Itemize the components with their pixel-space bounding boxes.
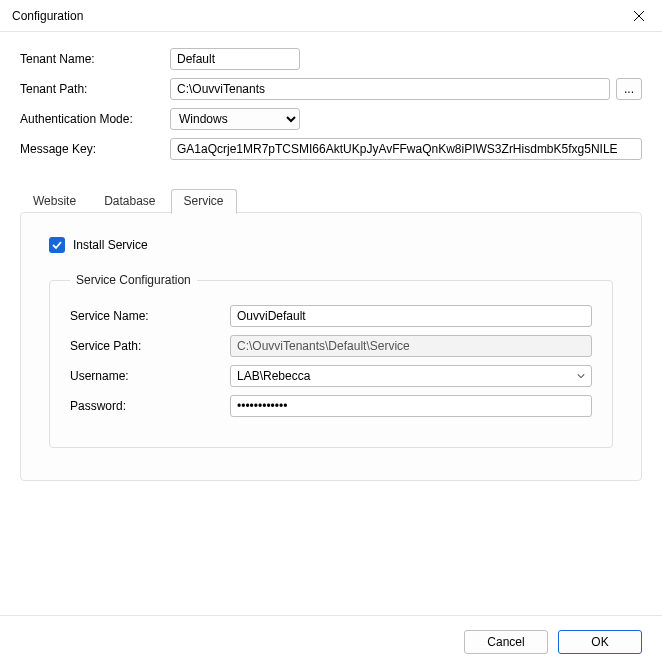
close-icon [634, 11, 644, 21]
tab-service[interactable]: Service [171, 189, 237, 214]
row-tenant-name: Tenant Name: [20, 48, 642, 70]
row-message-key: Message Key: [20, 138, 642, 160]
service-name-label: Service Name: [70, 309, 230, 323]
username-input[interactable] [230, 365, 592, 387]
username-combo[interactable] [230, 365, 592, 387]
auth-mode-select[interactable]: Windows [170, 108, 300, 130]
row-tenant-path: Tenant Path: ... [20, 78, 642, 100]
chevron-down-icon [577, 372, 585, 380]
footer: Cancel OK [0, 615, 662, 667]
tab-panel-service: Install Service Service Configuration Se… [20, 212, 642, 481]
row-password: Password: [70, 395, 592, 417]
tenant-name-input[interactable] [170, 48, 300, 70]
cancel-button[interactable]: Cancel [464, 630, 548, 654]
tab-control: Website Database Service Install Service… [20, 188, 642, 481]
tab-database[interactable]: Database [91, 189, 168, 214]
install-service-label: Install Service [73, 238, 148, 252]
tenant-path-label: Tenant Path: [20, 82, 170, 96]
install-service-checkbox[interactable] [49, 237, 65, 253]
row-username: Username: [70, 365, 592, 387]
window-body: Tenant Name: Tenant Path: ... Authentica… [0, 32, 662, 493]
username-dropdown-button[interactable] [571, 366, 591, 386]
tab-strip: Website Database Service [20, 188, 642, 213]
titlebar: Configuration [0, 0, 662, 32]
window-title: Configuration [12, 9, 83, 23]
close-button[interactable] [616, 0, 662, 32]
tab-website[interactable]: Website [20, 189, 89, 214]
row-service-name: Service Name: [70, 305, 592, 327]
row-auth-mode: Authentication Mode: Windows [20, 108, 642, 130]
username-label: Username: [70, 369, 230, 383]
message-key-label: Message Key: [20, 142, 170, 156]
auth-mode-label: Authentication Mode: [20, 112, 170, 126]
install-service-row: Install Service [49, 237, 613, 253]
ok-button[interactable]: OK [558, 630, 642, 654]
service-path-input [230, 335, 592, 357]
password-label: Password: [70, 399, 230, 413]
browse-button[interactable]: ... [616, 78, 642, 100]
password-input[interactable] [230, 395, 592, 417]
service-config-title: Service Configuration [70, 273, 197, 287]
tenant-path-input[interactable] [170, 78, 610, 100]
service-config-group: Service Configuration Service Name: Serv… [49, 273, 613, 448]
service-path-label: Service Path: [70, 339, 230, 353]
message-key-input[interactable] [170, 138, 642, 160]
checkmark-icon [52, 240, 62, 250]
service-name-input[interactable] [230, 305, 592, 327]
tenant-name-label: Tenant Name: [20, 52, 170, 66]
row-service-path: Service Path: [70, 335, 592, 357]
